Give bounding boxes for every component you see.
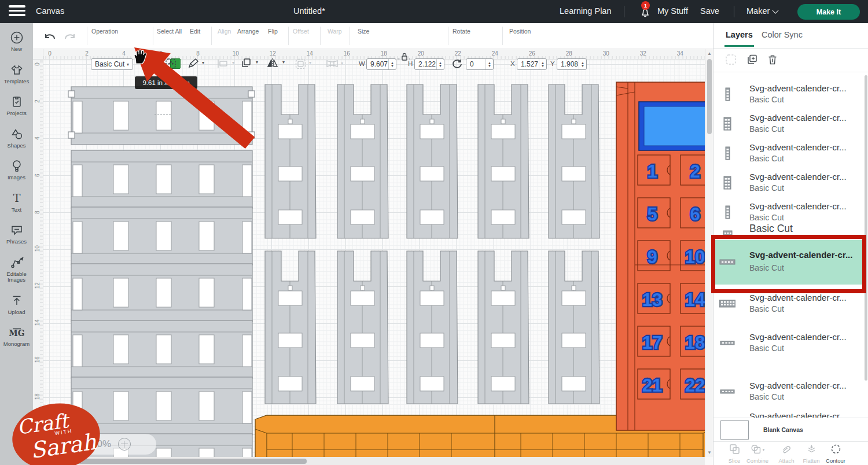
ruler-number: 22	[455, 50, 461, 57]
sidebar-item-projects[interactable]: Projects	[0, 94, 33, 117]
operation-label: Operation	[91, 28, 118, 35]
contour-icon	[830, 446, 841, 456]
layer-operation: Basic Cut	[749, 223, 793, 235]
make-it-button[interactable]: Make It	[797, 4, 860, 20]
shapes-icon	[0, 127, 33, 142]
edit-toolbar: Operation Basic Cut▾ Select All Edit ▾ A…	[33, 23, 713, 49]
learning-plan-link[interactable]: Learning Plan	[560, 6, 612, 16]
layer-row[interactable]: Svg-advent-calender-cr...	[713, 408, 865, 418]
sidebar-item-label: Projects	[0, 110, 33, 117]
sidebar-item-new[interactable]: New	[0, 30, 33, 53]
sidebar-item-templates[interactable]: Templates	[0, 62, 33, 85]
operation-dropdown[interactable]: Basic Cut▾	[91, 58, 133, 70]
layer-row[interactable]: Svg-advent-calender-cr...Basic Cut	[713, 329, 865, 358]
blank-canvas-row[interactable]: Blank Canvas	[713, 418, 868, 441]
flatten-button[interactable]: Flatten	[799, 444, 824, 464]
layer-thumbnail-icon	[719, 116, 735, 134]
height-label: H	[408, 60, 413, 67]
panel-tabs: Layers Color Sync	[713, 23, 868, 49]
layer-title: Svg-advent-calender-cr...	[749, 250, 852, 260]
divider	[624, 6, 624, 17]
sidebar-item-editable-images[interactable]: Editable Images	[0, 255, 33, 283]
redo-icon[interactable]	[64, 31, 76, 44]
my-stuff-link[interactable]: My Stuff	[657, 6, 688, 16]
top-bar: Canvas Untitled* Learning Plan 1 My Stuf…	[0, 0, 868, 23]
craft-with-sarah-logo: Craft WITH Sarah	[9, 399, 104, 465]
layer-row[interactable]: Svg-advent-calender-cr...Basic Cut	[713, 168, 865, 198]
sidebar-item-label: Text	[0, 207, 33, 213]
layers-panel: Layers Color Sync Svg-advent-calender-cr…	[713, 23, 868, 465]
contour-button[interactable]: Contour	[823, 444, 848, 464]
select-all-icon[interactable]	[165, 58, 176, 72]
layer-actions-bar: Slice ▾ Combine Attach Flatten Contour	[713, 441, 868, 465]
action-label: Combine	[745, 457, 770, 464]
width-input[interactable]: 9.607▲▼	[366, 58, 396, 70]
y-label: Y	[550, 60, 555, 67]
layer-operation: Basic Cut	[749, 304, 784, 313]
ruler-number: 6	[159, 50, 163, 57]
attach-button[interactable]: Attach	[774, 444, 799, 464]
layer-row[interactable]: Svg-advent-calender-cr...Basic Cut	[713, 80, 865, 109]
ruler-number: 10	[34, 245, 41, 252]
y-input[interactable]: 1.908▲▼	[557, 58, 587, 70]
width-label: W	[359, 60, 365, 67]
tab-color-sync[interactable]: Color Sync	[762, 30, 803, 39]
save-button[interactable]: Save	[700, 6, 719, 16]
scrollbar-thumb[interactable]	[707, 59, 712, 134]
ruler-number: 8	[34, 211, 41, 214]
blank-canvas-label: Blank Canvas	[763, 426, 803, 433]
ruler-number: 0	[34, 62, 41, 66]
canvas-grid[interactable]	[43, 60, 705, 457]
layer-row-selected[interactable]: Svg-advent-calender-cr...Basic Cut	[713, 240, 865, 285]
rotate-input[interactable]: 0▲▼	[466, 58, 494, 70]
undo-icon[interactable]	[43, 31, 56, 44]
layer-tools	[713, 49, 868, 72]
canvas-vertical-scrollbar[interactable]: ▲ ▼	[705, 49, 713, 457]
layer-row[interactable]: Svg-advent-calender-cr...Basic Cut	[713, 139, 865, 168]
sidebar-item-phrases[interactable]: Phrases	[0, 223, 33, 245]
sidebar-item-monogram[interactable]: MG Monogram	[0, 325, 33, 348]
page-title[interactable]: Canvas	[36, 6, 64, 16]
trash-icon[interactable]	[767, 54, 778, 68]
layer-thumbnail-icon	[719, 145, 735, 164]
vertical-ruler: 024681012141618	[33, 60, 43, 457]
ruler-number: 4	[122, 50, 126, 57]
ruler-number: 10	[233, 50, 239, 57]
sidebar-item-text[interactable]: T Text	[0, 191, 33, 213]
x-label: X	[510, 60, 515, 67]
menu-icon[interactable]	[9, 5, 25, 18]
sidebar-item-images[interactable]: Images	[0, 158, 33, 181]
layer-operation: Basic Cut	[749, 95, 784, 104]
slice-button[interactable]: Slice	[722, 444, 747, 464]
layer-row[interactable]: Svg-advent-calender-cr...Basic Cut	[713, 109, 865, 139]
warp-icon[interactable]: ▾	[326, 59, 343, 71]
canvas-horizontal-scrollbar[interactable]: ◀	[33, 457, 705, 465]
machine-selector[interactable]: Maker	[746, 6, 778, 16]
size-tooltip: 9.61 in x 2.12 in	[135, 76, 197, 89]
arrange-label: Arrange	[237, 28, 259, 35]
height-input[interactable]: 2.122▲▼	[414, 58, 444, 70]
panel-scrollbar[interactable]	[865, 75, 867, 381]
tab-layers[interactable]: Layers	[726, 30, 753, 39]
sidebar-item-upload[interactable]: Upload	[0, 293, 33, 316]
align-icon[interactable]: ▾	[217, 59, 234, 71]
arrange-icon[interactable]: ▾	[241, 58, 258, 71]
zoom-in-icon[interactable]	[118, 438, 131, 451]
layer-row[interactable]: Svg-advent-calender-cr...Basic Cut	[713, 377, 865, 407]
flip-icon[interactable]: ▾	[267, 58, 284, 71]
select-similar-icon[interactable]	[725, 54, 737, 68]
duplicate-icon[interactable]	[746, 54, 758, 68]
sidebar-item-shapes[interactable]: Shapes	[0, 127, 33, 149]
layer-title: Svg-advent-calender-cr...	[749, 381, 847, 390]
ruler-number: 12	[34, 282, 41, 289]
rotate-icon[interactable]	[452, 58, 463, 72]
x-input[interactable]: 1.527▲▼	[517, 58, 547, 70]
design-canvas[interactable]: 0246810121416182022242628303234 02468101…	[33, 49, 713, 465]
edit-pencil-icon[interactable]: ▾	[187, 58, 204, 72]
sidebar-item-label: Editable Images	[0, 271, 33, 283]
layer-title: Svg-advent-calender-cr...	[749, 332, 847, 342]
offset-icon[interactable]: ▾	[295, 58, 311, 71]
combine-button[interactable]: ▾ Combine	[745, 444, 770, 464]
ruler-number: 0	[48, 50, 52, 57]
layer-row[interactable]: Svg-advent-calender-cr...Basic Cut	[713, 289, 865, 319]
